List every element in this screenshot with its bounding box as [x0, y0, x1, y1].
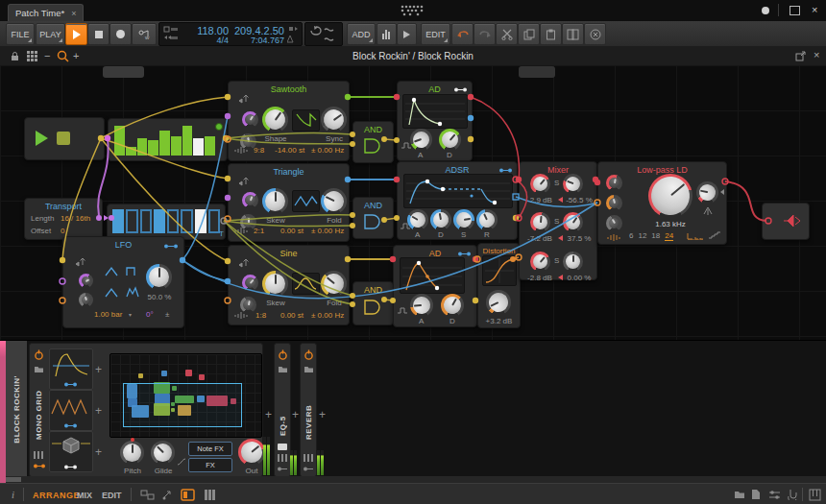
gate-step[interactable] [112, 209, 124, 233]
play-button[interactable] [65, 23, 87, 45]
module-sawtooth[interactable]: Sawtooth Shape Sync 9:8 -14.00 st ± 0.00… [228, 81, 350, 161]
inspector-sliders-icon[interactable] [768, 490, 781, 499]
device-panel-toggle-icon[interactable] [181, 489, 195, 501]
keytrack-icon[interactable] [702, 206, 714, 216]
pitch-offset-value[interactable]: 0.00 st [280, 227, 304, 235]
edit-menu-button[interactable]: EDIT [421, 23, 450, 45]
device-io-icon[interactable] [33, 463, 46, 469]
module-ad-2[interactable]: AD A D [393, 245, 477, 327]
step-bar[interactable] [137, 138, 148, 156]
device-name[interactable]: REVERB [304, 390, 313, 440]
slope-option[interactable]: 6 [629, 231, 633, 240]
offset-value[interactable]: 0 [61, 227, 64, 235]
slope-option[interactable]: 18 [651, 231, 660, 240]
module-mixer[interactable]: Mixer S -2.9 dB -56.5 % S -7.2 dB 37.5 %… [519, 161, 597, 280]
slope-soft-icon[interactable] [687, 231, 704, 240]
waveform-mode-icon[interactable] [233, 227, 249, 236]
module-steps[interactable] [108, 118, 228, 161]
device-expand-icon[interactable] [304, 454, 314, 462]
stop-button[interactable] [87, 23, 109, 45]
lfo-shape-icons[interactable] [104, 264, 144, 300]
close-panel-icon[interactable]: × [814, 49, 819, 60]
tab-close-icon[interactable]: × [71, 9, 76, 18]
copy-button[interactable] [518, 23, 540, 45]
device-reverb[interactable]: REVERB [300, 343, 317, 477]
ratio-value[interactable]: 2:1 [254, 227, 264, 235]
add-device-button[interactable]: + [319, 408, 326, 421]
meter-toggle-button[interactable] [377, 23, 397, 45]
time-value[interactable]: 7:04.767 [229, 36, 284, 45]
paste-button[interactable] [540, 23, 562, 45]
decay-knob[interactable] [441, 294, 464, 317]
module-transport[interactable]: Transport Length 16 / 16th Offset 0 [24, 198, 103, 240]
grid-overview-selection[interactable] [123, 383, 242, 427]
device-io-icon[interactable] [303, 466, 315, 472]
add-module-button[interactable]: + [95, 363, 102, 376]
waveform-mode-icon[interactable] [606, 233, 621, 242]
modulation-source-icon[interactable] [457, 251, 472, 257]
mixer-pan-knob[interactable] [563, 174, 583, 194]
step-bar[interactable] [182, 126, 193, 156]
detune-value[interactable]: ± 0.00 Hz [311, 311, 344, 320]
slope-steep-icon[interactable] [708, 231, 721, 240]
scroll-handle[interactable] [6, 477, 21, 482]
step-bar[interactable] [148, 140, 158, 156]
sustain-knob[interactable] [453, 209, 474, 230]
lfo-rate-value[interactable]: 1.00 bar [94, 310, 122, 319]
lfo-amount-knob[interactable] [146, 264, 172, 290]
glide-knob[interactable] [151, 441, 175, 465]
cutoff-mod-knob[interactable] [606, 175, 622, 191]
module-lfo[interactable]: LFO 50.0 % 1.00 bar ▾ 0° ± [62, 236, 184, 328]
slope-selector[interactable]: 6121824 [629, 231, 678, 240]
skew-knob[interactable] [262, 188, 288, 214]
device-power-icon[interactable] [278, 349, 288, 360]
gate-step[interactable] [154, 209, 165, 233]
modulation-source-icon[interactable] [498, 167, 513, 174]
arrange-view-button[interactable]: ARRANGE [33, 491, 80, 500]
solo-toggle[interactable]: S [554, 217, 559, 226]
pan-value[interactable]: 0.00 % [564, 274, 595, 282]
fold-knob[interactable] [321, 188, 347, 214]
drive-value[interactable]: +3.2 dB [478, 317, 520, 325]
browser-folder-icon[interactable] [734, 490, 745, 499]
gate-step[interactable] [208, 209, 220, 233]
gain-value[interactable]: -2.8 dB [522, 274, 558, 282]
controller-icon[interactable] [161, 490, 173, 500]
module-adsr[interactable]: ADSR A D S R [397, 161, 518, 240]
module-audio-out[interactable] [762, 203, 810, 240]
module-partial[interactable] [519, 66, 555, 78]
undo-button[interactable] [451, 23, 474, 45]
module-and-1[interactable]: AND [352, 121, 394, 163]
punch-metronome-icons[interactable] [287, 26, 299, 43]
mixer-panel-toggle-icon[interactable] [204, 489, 216, 501]
touch-icon[interactable] [787, 489, 797, 500]
delete-button[interactable] [584, 23, 606, 45]
shape-knob[interactable] [262, 107, 288, 132]
pitch-offset-value[interactable]: 0.00 st [280, 311, 304, 320]
sync-knob[interactable] [321, 107, 347, 132]
dual-display-icon[interactable] [140, 490, 155, 500]
gain-value[interactable]: -2.9 dB [522, 196, 558, 204]
length-value[interactable]: 16 / 16th [61, 214, 90, 223]
slope-option-active[interactable]: 24 [665, 231, 673, 241]
gate-step[interactable] [195, 209, 206, 233]
attack-knob[interactable] [410, 294, 433, 317]
osc-mod-knob[interactable] [242, 275, 258, 291]
device-io-icon[interactable] [277, 466, 289, 472]
module-lowpass[interactable]: Low-pass LD 1.63 kHz 6121824 [597, 161, 727, 245]
gain-value[interactable]: -7.2 dB [522, 234, 558, 243]
device-power-icon[interactable] [304, 349, 314, 360]
mixer-pan-knob[interactable] [563, 252, 583, 272]
step-bar[interactable] [159, 131, 170, 156]
drive-knob[interactable] [486, 290, 511, 315]
restore-window-icon[interactable] [790, 6, 800, 15]
module-gates[interactable] [107, 204, 226, 240]
add-device-button[interactable]: + [292, 408, 299, 421]
decay-knob[interactable] [430, 209, 451, 230]
module-partial[interactable] [103, 66, 144, 78]
solo-toggle[interactable]: S [554, 256, 559, 265]
module-sine[interactable]: Sine Skew Fold 1:8 0.00 st ± 0.00 Hz [228, 245, 350, 325]
osc-mod-knob[interactable] [242, 111, 258, 128]
pitch-knob[interactable] [120, 441, 144, 465]
lfo-phase-value[interactable]: 0° [146, 310, 154, 319]
